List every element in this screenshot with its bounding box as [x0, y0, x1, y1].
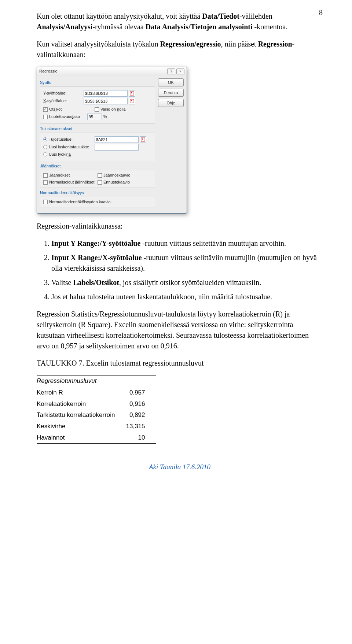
table-cell: 0,892: [126, 410, 156, 421]
table-header: Regressiotunnusluvut: [37, 375, 156, 387]
text-bold: Regression: [258, 40, 292, 48]
list-item: Input X Range:/X-syöttöalue -ruutuun vii…: [51, 252, 323, 274]
regression-dialog: Regressio ? × Syöttö YY-syöttöalue:-syöt…: [37, 67, 187, 214]
range-picker-icon[interactable]: [129, 98, 135, 104]
y-range-input[interactable]: [84, 90, 128, 97]
list-item: Input Y Range:/Y-syöttöalue -ruutuun vii…: [51, 238, 323, 249]
svg-rect-1: [131, 92, 132, 93]
text: Valitse: [51, 278, 73, 286]
paragraph-1: Kun olet ottanut käyttöön analyysityökal…: [37, 11, 323, 32]
page-number: 8: [319, 7, 323, 18]
regression-stats-table: Regressiotunnusluvut Kerroin R0,957 Korr…: [37, 375, 156, 444]
text: Kun valitset analyysityökaluista työkalu…: [37, 40, 160, 48]
output-range-input[interactable]: [95, 136, 139, 143]
section-norm: Normaalitodennäköisyys: [40, 190, 155, 196]
x-range-input[interactable]: [84, 98, 128, 104]
range-picker-icon[interactable]: [140, 136, 146, 143]
text-bold: Input Y Range:/Y-syöttöalue: [51, 239, 140, 247]
text-bold: Data/Tiedot: [202, 12, 239, 20]
pct-label: %: [103, 114, 107, 120]
section-output: Tulostusasetukset: [40, 126, 155, 132]
table-cell: Tarkistettu korrelaatiokerroin: [37, 410, 126, 421]
svg-rect-3: [131, 100, 132, 101]
y-range-label: YY-syöttöalue:-syöttöalue:: [43, 90, 84, 96]
text: -komentoa.: [253, 23, 288, 31]
help-button[interactable]: Ohje: [158, 99, 184, 107]
output-range-radio[interactable]: Tulostusalue:: [43, 137, 95, 143]
help-icon[interactable]: ?: [167, 69, 175, 74]
table-cell: 10: [126, 432, 156, 444]
std-residuals-checkbox[interactable]: Normalisoidut jäännökset: [43, 179, 98, 185]
const-zero-checkbox[interactable]: Vakio on nolla: [95, 107, 125, 112]
paragraph-3: Regression-valintaikkunassa:: [37, 221, 323, 232]
dialog-titlebar: Regressio ? ×: [37, 67, 187, 76]
confidence-checkbox[interactable]: Luotettavuustaso: [43, 114, 87, 120]
text: -ryhmässä olevaa: [92, 23, 145, 31]
new-workbook-radio[interactable]: Uusi työkirja: [43, 152, 71, 158]
range-picker-icon[interactable]: [129, 90, 135, 97]
table-cell: Kerroin R: [37, 387, 126, 399]
dialog-title: Regressio: [39, 69, 58, 74]
table-cell: Havainnot: [37, 432, 126, 444]
text-bold: Input X Range:/X-syöttöalue: [51, 253, 142, 262]
instruction-list: Input Y Range:/Y-syöttöalue -ruutuun vii…: [51, 238, 323, 302]
ok-button[interactable]: OK: [158, 78, 184, 86]
table-cell: 13,315: [126, 421, 156, 432]
table-caption: TAULUKKO 7. Excelin tulostamat regressio…: [37, 358, 323, 369]
table-cell: Keskivirhe: [37, 421, 126, 432]
headers-checkbox[interactable]: ✓Otsikot: [43, 107, 95, 112]
fit-plot-checkbox[interactable]: Ennustekaavio: [98, 179, 152, 185]
table-cell: 0,916: [126, 399, 156, 410]
close-icon[interactable]: ×: [176, 69, 184, 74]
text-bold: Analysis/Analyysi: [37, 23, 92, 31]
dialog-screenshot: Regressio ? × Syöttö YY-syöttöalue:-syöt…: [37, 67, 323, 214]
text: , jos sisällytit otsikot syöttöalueiden …: [119, 278, 261, 286]
new-sheet-input[interactable]: [95, 144, 139, 151]
residuals-checkbox[interactable]: Jäännökset: [43, 173, 98, 178]
table-cell: Korrelaatiokerroin: [37, 399, 126, 410]
section-input: Syöttö: [40, 80, 155, 86]
x-range-label: X-syöttöalue:: [43, 98, 84, 104]
confidence-input[interactable]: [87, 114, 102, 120]
residual-plot-checkbox[interactable]: Jäännöskaavio: [98, 173, 152, 178]
paragraph-4: Regression Statistics/Regressiotunnusluv…: [37, 309, 323, 351]
paragraph-2: Kun valitset analyysityökaluista työkalu…: [37, 39, 323, 60]
text-bold: Regression/egressio: [160, 40, 221, 48]
text-bold: Labels/Otsikot: [73, 278, 119, 286]
footer: Aki Taanila 17.6.2010: [37, 462, 323, 472]
text-bold: Data Analysis/Tietojen analysointi: [146, 23, 253, 31]
text: -ruutuun viittaus selitettävän muuttujan…: [140, 239, 286, 247]
text: -välilehden: [239, 12, 272, 20]
text: Kun olet ottanut käyttöön analyysityökal…: [37, 12, 202, 20]
table-cell: 0,957: [126, 387, 156, 399]
normal-plot-checkbox[interactable]: Normaalitodennäköisyyden kaavio: [43, 199, 152, 205]
section-resid: Jäännökset: [40, 163, 155, 169]
text: , niin pääset: [221, 40, 258, 48]
list-item: Valitse Labels/Otsikot, jos sisällytit o…: [51, 277, 323, 288]
new-sheet-radio[interactable]: Uusi laskentataulukko:: [43, 144, 95, 150]
list-item: Jos et halua tulosteita uuteen laskentat…: [51, 292, 323, 302]
cancel-button[interactable]: Peruuta: [158, 89, 184, 97]
svg-rect-5: [142, 138, 143, 140]
